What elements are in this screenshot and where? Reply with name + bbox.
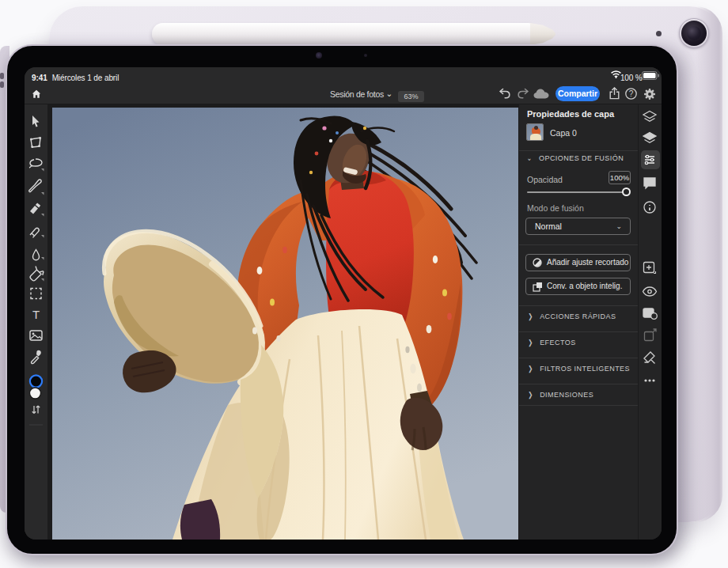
svg-text:?: ?: [629, 89, 634, 98]
svg-text:T: T: [32, 308, 40, 321]
